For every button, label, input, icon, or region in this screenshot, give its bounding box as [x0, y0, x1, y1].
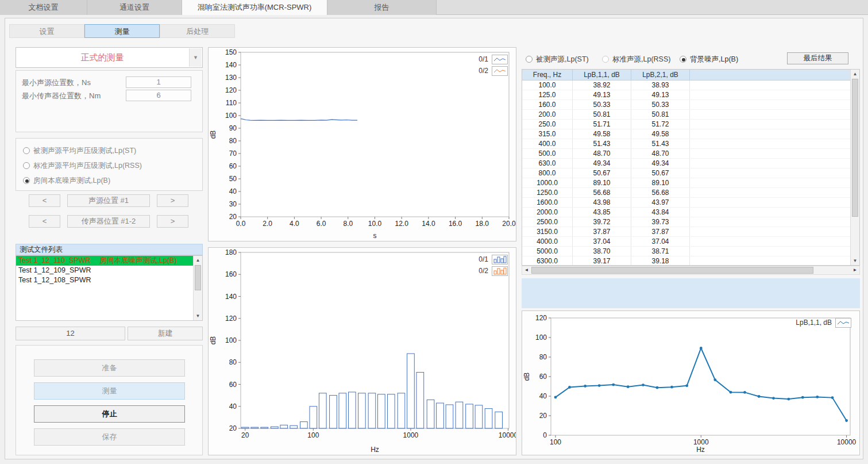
- table-row[interactable]: 400.051.4351.43: [522, 139, 850, 149]
- table-cell: 4000.0: [522, 237, 573, 246]
- file-list[interactable]: Test 1_12_110_SPWR房间本底噪声测试,Lp(B)Test 1_1…: [16, 255, 203, 321]
- measurement-mode-value: 正式的测量: [16, 48, 188, 67]
- scroll-down-icon[interactable]: ▼: [194, 312, 202, 320]
- table-row[interactable]: 1000.089.1089.10: [522, 178, 850, 188]
- table-row[interactable]: 500.048.7048.70: [522, 149, 850, 159]
- table-row[interactable]: 2500.039.7239.73: [522, 217, 850, 227]
- table-row[interactable]: 125.049.1349.13: [522, 90, 850, 100]
- table-cell: 38.92: [573, 80, 631, 90]
- measure-button[interactable]: 测量: [34, 382, 185, 400]
- mic-position-button[interactable]: 传声器位置 #1-2: [67, 215, 150, 228]
- table-cell: 49.58: [573, 129, 631, 139]
- scroll-thumb[interactable]: [531, 267, 813, 274]
- main-tab-bar: 文档设置 通道设置 混响室法测试声功率(MCR-SPWR) 报告: [0, 0, 868, 15]
- min-source-positions-input[interactable]: 1: [126, 76, 191, 88]
- list-item[interactable]: Test 1_12_109_SPWR: [16, 266, 193, 275]
- scroll-down-icon[interactable]: ▼: [851, 256, 859, 265]
- svg-text:60: 60: [229, 162, 237, 170]
- mic-position-next-button[interactable]: >: [157, 215, 188, 228]
- table-row[interactable]: 6300.039.1739.18: [522, 256, 850, 265]
- scroll-left-icon[interactable]: ◄: [522, 266, 531, 274]
- table-row[interactable]: 1600.043.9843.97: [522, 198, 850, 208]
- stop-button[interactable]: 停止: [34, 405, 185, 423]
- scroll-right-icon[interactable]: ►: [851, 266, 859, 274]
- table-row[interactable]: 1250.056.6856.68: [522, 188, 850, 198]
- radio-lp-rss-test[interactable]: 标准声源平均声压级测试,Lp(RSS): [23, 160, 142, 171]
- svg-text:50: 50: [229, 175, 237, 183]
- source-position-next-button[interactable]: >: [157, 194, 188, 207]
- table-cell: 56.68: [631, 188, 690, 197]
- table-cell: 51.43: [573, 139, 631, 148]
- table-row[interactable]: 250.051.7151.72: [522, 120, 850, 129]
- scroll-thumb[interactable]: [852, 79, 858, 217]
- table-cell: 37.87: [573, 227, 631, 236]
- new-file-button[interactable]: 新建: [128, 327, 203, 340]
- table-hscrollbar[interactable]: ◄ ►: [522, 266, 860, 275]
- tab-mcr-spwr[interactable]: 混响室法测试声功率(MCR-SPWR): [182, 0, 327, 15]
- svg-text:20: 20: [241, 431, 249, 439]
- table-cell: 630.0: [522, 159, 573, 168]
- table-vscrollbar[interactable]: ▲ ▼: [850, 70, 859, 265]
- table-cell: 50.81: [631, 110, 690, 119]
- table-row[interactable]: 100.038.9238.93: [522, 80, 850, 90]
- tab-report[interactable]: 报告: [327, 0, 437, 15]
- table-row[interactable]: 630.049.3449.34: [522, 159, 850, 168]
- prepare-button[interactable]: 准备: [34, 359, 185, 377]
- tab-channel-settings[interactable]: 通道设置: [87, 0, 182, 15]
- list-item[interactable]: Test 1_12_110_SPWR房间本底噪声测试,Lp(B): [16, 256, 193, 266]
- list-item[interactable]: Test 1_12_108_SPWR: [16, 275, 193, 285]
- svg-text:60: 60: [539, 373, 547, 381]
- source-position-button[interactable]: 声源位置 #1: [67, 194, 150, 207]
- table-row[interactable]: 315.049.5849.58: [522, 129, 850, 139]
- source-position-prev-button[interactable]: <: [29, 194, 60, 207]
- radio-source-lp-st[interactable]: 被测声源,Lp(ST): [526, 54, 589, 64]
- radio-background-lp-b[interactable]: 背景噪声,Lp(B): [680, 54, 738, 64]
- table-cell: 1250.0: [522, 188, 573, 197]
- svg-text:18.0: 18.0: [476, 220, 489, 228]
- scroll-up-icon[interactable]: ▲: [194, 256, 202, 264]
- file-number-field[interactable]: 12: [16, 327, 125, 340]
- table-row[interactable]: 4000.037.0437.04: [522, 237, 850, 247]
- spectrum-bar-legend: 0/10/2: [479, 254, 508, 277]
- tab-postprocess[interactable]: 后处理: [160, 24, 235, 38]
- final-result-button[interactable]: 最后结果: [787, 52, 848, 64]
- file-list-items: Test 1_12_110_SPWR房间本底噪声测试,Lp(B)Test 1_1…: [16, 256, 193, 320]
- table-cell: 37.04: [631, 237, 690, 246]
- scroll-up-icon[interactable]: ▲: [851, 70, 859, 78]
- action-button-group: 准备 测量 停止 保存: [16, 345, 203, 455]
- scroll-thumb[interactable]: [195, 265, 201, 290]
- radio-icon: [526, 56, 533, 63]
- chevron-down-icon[interactable]: ▼: [189, 48, 202, 67]
- table-row[interactable]: 200.050.8150.81: [522, 110, 850, 120]
- table-cell: 250.0: [522, 120, 573, 129]
- table-cell: 37.87: [631, 227, 690, 236]
- svg-text:40: 40: [229, 187, 237, 195]
- table-cell: 1000.0: [522, 178, 573, 187]
- table-row[interactable]: 160.050.3350.33: [522, 100, 850, 110]
- col-header-lpb11[interactable]: LpB,1,1, dB: [573, 70, 631, 80]
- col-header-freq[interactable]: Freq., Hz: [522, 70, 573, 80]
- file-list-scrollbar[interactable]: ▲ ▼: [193, 256, 202, 320]
- table-row[interactable]: 2000.043.8543.84: [522, 208, 850, 217]
- tab-document-settings[interactable]: 文档设置: [0, 0, 87, 15]
- mic-position-prev-button[interactable]: <: [29, 215, 60, 228]
- table-cell: 43.85: [573, 208, 631, 217]
- svg-text:20: 20: [229, 424, 237, 432]
- table-row[interactable]: 800.050.6750.67: [522, 168, 850, 178]
- tab-setup[interactable]: 设置: [9, 24, 84, 38]
- table-row[interactable]: 5000.038.7038.71: [522, 247, 850, 256]
- col-header-lpb21[interactable]: LpB,2,1, dB: [631, 70, 690, 80]
- table-row[interactable]: 3150.037.8737.87: [522, 227, 850, 237]
- radio-lp-st-test[interactable]: 被测声源平均声压级测试,Lp(ST): [23, 145, 136, 156]
- table-header: Freq., Hz LpB,1,1, dB LpB,2,1, dB: [522, 70, 850, 80]
- legend-label: LpB,1,1, dB: [796, 319, 832, 327]
- tab-measure[interactable]: 测量: [84, 24, 160, 38]
- measurement-mode-dropdown[interactable]: 正式的测量 ▼: [16, 47, 203, 68]
- svg-text:14.0: 14.0: [422, 220, 435, 228]
- legend-label: 0/2: [479, 67, 488, 75]
- radio-source-lp-rss[interactable]: 标准声源,Lp(RSS): [602, 54, 670, 64]
- radio-icon: [23, 147, 30, 154]
- save-button[interactable]: 保存: [34, 428, 185, 446]
- radio-lp-b-test[interactable]: 房间本底噪声测试,Lp(B): [23, 175, 110, 186]
- min-mic-positions-input[interactable]: 6: [126, 90, 191, 101]
